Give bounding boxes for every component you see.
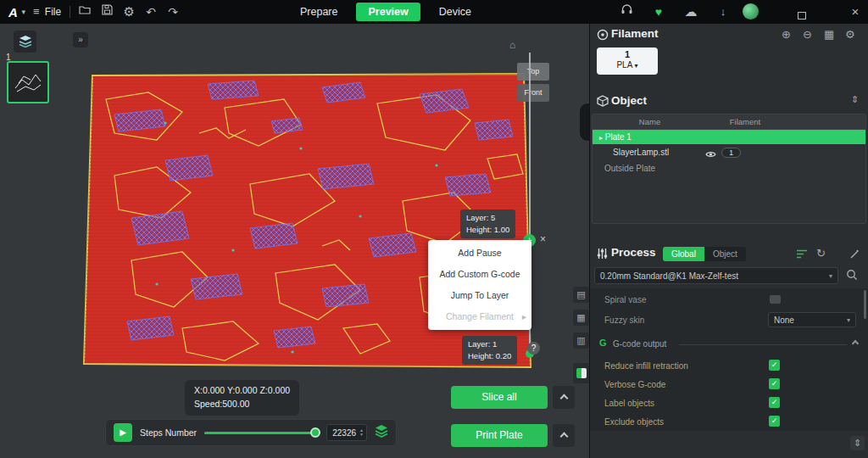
- right-panel: Filament ⊕ ⊖ ▦ ⚙ 1 PLA ▾ Object ⇕ Name F…: [589, 24, 868, 458]
- menu-add-pause[interactable]: Add Pause: [428, 243, 531, 264]
- table-row-outside-plate[interactable]: Outside Plate: [593, 161, 865, 176]
- add-filament-icon[interactable]: ⊕: [782, 28, 791, 41]
- object-sort-icon[interactable]: ⇕: [851, 94, 859, 105]
- download-icon[interactable]: ↓: [712, 0, 734, 24]
- user-avatar[interactable]: [743, 3, 759, 20]
- remove-filament-icon[interactable]: ⊖: [803, 28, 812, 41]
- slice-options-button[interactable]: [553, 386, 575, 409]
- panel-collapse-handle[interactable]: [580, 103, 589, 141]
- help-button[interactable]: ?: [527, 342, 540, 355]
- menu-jump-to-layer[interactable]: Jump To Layer: [428, 285, 531, 306]
- panel-expand-button[interactable]: ⇕: [850, 436, 865, 450]
- table-row-plate[interactable]: ▸ Plate 1: [593, 130, 865, 144]
- app-window: A ▾ ≡ File ⚙ ↶ ↷ Prepare Preview Device …: [0, 0, 868, 458]
- window-close-icon[interactable]: ×: [844, 0, 866, 24]
- favorites-heart-icon[interactable]: ♥: [648, 0, 670, 24]
- filament-chip[interactable]: 1 PLA ▾: [597, 47, 658, 75]
- mode-tabs: Prepare Preview Device: [288, 0, 483, 24]
- toggle-global[interactable]: Global: [663, 247, 704, 261]
- layer-slider-bottom-tooltip: Layer: 1 Height: 0.20: [462, 336, 517, 365]
- app-logo-icon[interactable]: A: [0, 5, 18, 20]
- process-filter-icon[interactable]: [796, 248, 808, 263]
- color-scheme-tool-icon[interactable]: [573, 363, 589, 383]
- section-collapse-icon[interactable]: [852, 340, 859, 347]
- table-row-object[interactable]: SlayerLamp.stl 1: [593, 144, 865, 161]
- plate-thumbnail[interactable]: [7, 61, 49, 103]
- steps-value[interactable]: 22326: [332, 428, 356, 438]
- setting-label-objects-checkbox[interactable]: ✓: [769, 397, 780, 408]
- spin-down-icon[interactable]: ▼: [359, 433, 364, 437]
- undo-icon[interactable]: ↶: [140, 0, 162, 24]
- flush-options-icon[interactable]: ▦: [824, 28, 834, 41]
- gcode-section-label: G-code output: [613, 339, 666, 349]
- filament-settings-icon[interactable]: ⚙: [845, 28, 855, 41]
- file-menu[interactable]: File: [43, 6, 66, 18]
- calculator-tool-icon[interactable]: ▦: [573, 310, 589, 326]
- settings-gear-icon[interactable]: ⚙: [118, 0, 140, 24]
- cloud-upload-icon[interactable]: ☁: [680, 0, 702, 24]
- screenshot-tool-icon[interactable]: ▤: [573, 287, 589, 303]
- visibility-eye-icon[interactable]: [705, 148, 716, 165]
- setting-verbose-gcode-checkbox[interactable]: ✓: [769, 378, 780, 389]
- steps-label: Steps Number: [140, 427, 197, 438]
- print-plate-button[interactable]: Print Plate: [451, 424, 548, 447]
- steps-slider[interactable]: [204, 427, 319, 438]
- redo-icon[interactable]: ↷: [162, 0, 184, 24]
- home-view-icon[interactable]: ⌂: [509, 39, 515, 51]
- viewcube-top-button[interactable]: Top: [517, 63, 549, 81]
- menu-change-filament[interactable]: Change Filament ▸: [428, 306, 531, 327]
- setting-verbose-gcode-label: Verbose G-code: [604, 380, 665, 389]
- process-reset-icon[interactable]: ↻: [816, 247, 826, 260]
- expand-toolbar-button[interactable]: »: [73, 32, 88, 47]
- tooltip-layer-bottom: Layer: 1: [468, 338, 511, 350]
- steps-bar: ▶ Steps Number 22326 ▲ ▼: [105, 419, 397, 446]
- slice-all-button[interactable]: Slice all: [451, 386, 548, 409]
- layer-slider-tooltip: Layer: 5 Height: 1.00: [460, 209, 515, 238]
- process-settings-list: Spiral vase Fuzzy skin None ▾ G G-code o…: [590, 288, 868, 431]
- grid-tool-icon[interactable]: ▥: [573, 332, 589, 349]
- toggle-object[interactable]: Object: [704, 247, 746, 261]
- setting-reduce-infill-checkbox[interactable]: ✓: [769, 360, 780, 371]
- section-divider: [679, 344, 847, 345]
- position-coords: X:0.000 Y:0.000 Z:0.000: [194, 384, 290, 398]
- process-preset-select[interactable]: 0.20mm Standard@K1 Max-Zelf-test ▾: [594, 267, 838, 284]
- print-options-button[interactable]: [553, 424, 575, 447]
- layer-context-menu: Add Pause Add Custom G-code Jump To Laye…: [428, 240, 531, 330]
- process-wand-icon[interactable]: [849, 248, 860, 263]
- object-section-title: Object: [611, 94, 647, 107]
- save-icon[interactable]: [96, 0, 118, 24]
- object-table: Name Filament ▸ Plate 1 SlayerLamp.stl 1…: [592, 114, 866, 224]
- steps-value-box[interactable]: 22326 ▲ ▼: [326, 424, 367, 441]
- menu-add-custom-gcode[interactable]: Add Custom G-code: [428, 264, 531, 285]
- tooltip-layer: Layer: 5: [466, 212, 509, 224]
- setting-fuzzy-skin-select[interactable]: None ▾: [768, 312, 856, 327]
- tab-prepare[interactable]: Prepare: [288, 3, 349, 21]
- logo-caret-icon[interactable]: ▾: [18, 0, 30, 24]
- setting-fuzzy-skin-label: Fuzzy skin: [604, 316, 644, 325]
- steps-slider-handle[interactable]: [310, 427, 320, 438]
- object-table-header: Name Filament: [593, 114, 865, 130]
- support-headset-icon[interactable]: [615, 0, 637, 24]
- object-cube-icon: [597, 95, 609, 110]
- filament-spool-icon: [597, 29, 609, 44]
- column-filament: Filament: [707, 114, 783, 129]
- object-filament-badge[interactable]: 1: [721, 148, 741, 158]
- play-button[interactable]: ▶: [114, 423, 132, 442]
- layers-tool-button[interactable]: [14, 31, 36, 53]
- settings-scrollbar[interactable]: [864, 290, 866, 319]
- setting-spiral-vase-checkbox[interactable]: [770, 295, 781, 304]
- steps-spinner[interactable]: ▲ ▼: [359, 428, 364, 437]
- tab-device[interactable]: Device: [427, 3, 483, 21]
- tab-preview[interactable]: Preview: [356, 3, 420, 21]
- filament-type[interactable]: PLA ▾: [597, 60, 658, 71]
- setting-exclude-objects-checkbox[interactable]: ✓: [769, 416, 780, 427]
- window-restore-icon[interactable]: [798, 8, 806, 23]
- marker-close-icon[interactable]: ×: [540, 233, 546, 245]
- column-name: Name: [593, 114, 707, 129]
- steps-layers-icon[interactable]: [375, 424, 388, 441]
- menu-icon[interactable]: ≡: [30, 0, 43, 24]
- filament-section-title: Filament: [611, 27, 659, 40]
- viewcube-front-button[interactable]: Front: [517, 84, 549, 102]
- preset-search-icon[interactable]: [846, 269, 858, 284]
- open-folder-icon[interactable]: [74, 0, 96, 24]
